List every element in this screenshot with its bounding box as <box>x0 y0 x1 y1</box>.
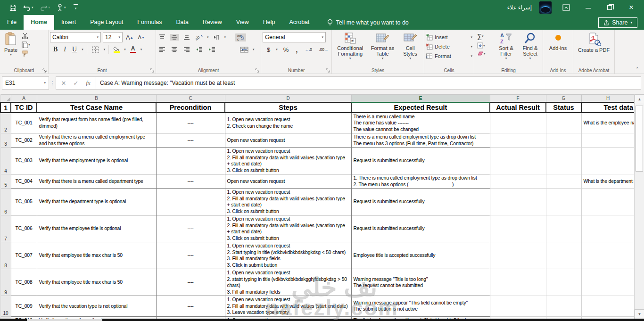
cell-expected-result[interactable]: Request is submitted successfully <box>351 189 490 215</box>
row-header-4[interactable]: 4 <box>0 148 11 174</box>
cell-actual-result[interactable] <box>490 215 546 242</box>
restore-button[interactable] <box>603 4 617 11</box>
create-pdf-button[interactable]: Create a PDF <box>575 31 613 54</box>
tab-file[interactable]: File <box>0 15 24 30</box>
header-cell-test-data[interactable]: Test data <box>581 102 634 113</box>
row-header-6[interactable]: 6 <box>0 189 11 215</box>
cell-tc-id[interactable]: TC_006 <box>11 215 37 242</box>
cell-expected-result[interactable]: Warning message appear "This field canno… <box>351 296 490 317</box>
text-direction-button[interactable] <box>212 34 222 41</box>
insert-function-icon[interactable]: fx <box>83 79 94 87</box>
decrease-indent-button[interactable] <box>194 46 204 53</box>
cell-tc-id[interactable]: TC_009 <box>11 296 37 317</box>
cell-tc-id[interactable]: TC_001 <box>11 113 37 133</box>
cell-precondition[interactable]: ---- <box>156 242 225 269</box>
cell-steps[interactable]: 1. Open new vacation request 2. Fill all… <box>225 215 351 242</box>
cell-steps[interactable]: 1. Open new vacation request 2. Fill all… <box>225 189 351 215</box>
cell-test-data[interactable] <box>581 296 634 317</box>
cell-test-data[interactable] <box>581 242 634 269</box>
tab-acrobat[interactable]: Acrobat <box>282 15 316 30</box>
cell-test-case-name[interactable]: Verify that employee title max char is 5… <box>37 242 156 269</box>
row-header-8[interactable]: 8 <box>0 242 11 269</box>
cell-test-case-name[interactable]: Verify that there is a menu called emplo… <box>37 133 156 148</box>
tab-insert[interactable]: Insert <box>54 15 83 30</box>
cell-test-case-name[interactable]: Verify that request form has name filled… <box>37 113 156 133</box>
cell-steps[interactable]: 1. Open new vacation request 2. Fill all… <box>225 148 351 174</box>
cell-status[interactable] <box>546 296 581 317</box>
insert-cells-button[interactable]: Insert▾ <box>426 33 472 42</box>
cell-expected-result[interactable]: Warning message "Title is too long" The … <box>351 269 490 296</box>
cell-test-data[interactable] <box>581 133 634 148</box>
customize-qat-button[interactable]: ▾ <box>73 4 79 11</box>
cell-status[interactable] <box>546 215 581 242</box>
header-cell-status[interactable]: Status <box>546 102 581 113</box>
cell-precondition[interactable]: ---- <box>156 189 225 215</box>
scrollbar-thumb[interactable] <box>636 106 643 172</box>
cell-tc-id[interactable]: TC_004 <box>11 174 37 189</box>
cell-styles-button[interactable]: Cell Styles▾ <box>398 31 422 61</box>
tab-page-layout[interactable]: Page Layout <box>83 15 130 30</box>
select-all-corner[interactable] <box>0 95 11 102</box>
row-header-10[interactable]: 10 <box>0 296 11 317</box>
addins-button[interactable]: Add-ins <box>545 31 571 52</box>
column-header-b[interactable]: B <box>37 95 156 102</box>
cell-test-case-name[interactable]: Verify that there is a menu called depar… <box>37 174 156 189</box>
cell-precondition[interactable]: ---- <box>156 215 225 242</box>
tab-home[interactable]: Home <box>24 15 54 30</box>
cell-test-case-name[interactable]: Verify that the vacation type is not opt… <box>37 296 156 317</box>
scroll-up-icon[interactable]: ▲ <box>635 94 644 104</box>
cell-test-data[interactable] <box>581 189 634 215</box>
cell-test-data[interactable] <box>581 269 634 296</box>
column-header-d[interactable]: D <box>225 95 351 102</box>
cell-actual-result[interactable] <box>490 189 546 215</box>
row-header-3[interactable]: 3 <box>0 133 11 148</box>
bold-button[interactable]: B <box>52 45 59 54</box>
borders-button[interactable] <box>91 46 100 54</box>
redo-button[interactable]: ▾ <box>40 4 50 11</box>
cell-tc-id[interactable]: TC_003 <box>11 148 37 174</box>
minimize-button[interactable] <box>581 4 595 11</box>
align-center-button[interactable] <box>170 46 179 53</box>
formula-bar-resize-handle[interactable]: ⋮ <box>49 76 56 90</box>
fill-button[interactable]: ▾ <box>476 42 493 49</box>
cell-status[interactable] <box>546 113 581 133</box>
tell-me-box[interactable]: Tell me what you want to do <box>327 15 409 30</box>
cell-expected-result[interactable]: There is a menu called employment type a… <box>351 133 490 148</box>
cell-precondition[interactable]: ---- <box>156 269 225 296</box>
row-header-2[interactable]: 2 <box>0 113 11 133</box>
ribbon-display-options-icon[interactable] <box>559 4 573 11</box>
touch-mouse-mode-button[interactable]: ▾ <box>57 4 66 11</box>
tab-review[interactable]: Review <box>196 15 229 30</box>
italic-button[interactable]: I <box>62 45 67 54</box>
cell-test-data[interactable]: What is the department n <box>581 174 634 189</box>
comma-style-button[interactable]: , <box>294 45 299 54</box>
column-header-c[interactable]: C <box>156 95 225 102</box>
cell-status[interactable] <box>546 242 581 269</box>
paste-button[interactable]: Paste▾ <box>1 31 20 58</box>
header-cell-precondition[interactable]: Precondition <box>156 102 225 113</box>
cell-test-case-name[interactable]: Verify that the employee title is option… <box>37 215 156 242</box>
cell-status[interactable] <box>546 133 581 148</box>
increase-font-size-button[interactable]: A▲ <box>124 33 135 41</box>
header-cell-steps[interactable]: Steps <box>225 102 351 113</box>
cell-steps[interactable]: 1. Open new vacation request 2. Start ty… <box>225 242 351 269</box>
alignment-dialog-launcher[interactable] <box>255 68 259 73</box>
cell-expected-result[interactable]: Request is submitted successfully <box>351 148 490 174</box>
font-name-select[interactable]: Calibri▾ <box>50 32 101 42</box>
sort-filter-button[interactable]: AZ Sort & Filter▾ <box>495 31 517 61</box>
cell-steps[interactable]: Open new vacation request <box>225 133 351 148</box>
cancel-entry-icon[interactable]: ✕ <box>58 80 69 87</box>
cell-status[interactable] <box>546 189 581 215</box>
cell-test-case-name[interactable]: Verify that employee title max char is 5… <box>37 269 156 296</box>
enter-entry-icon[interactable]: ✓ <box>70 80 82 87</box>
cut-button[interactable] <box>20 32 32 40</box>
row-header-7[interactable]: 7 <box>0 215 11 242</box>
align-right-button[interactable] <box>182 46 191 53</box>
column-header-g[interactable]: G <box>546 95 581 102</box>
user-avatar[interactable] <box>539 1 552 14</box>
header-cell-tc-id[interactable]: TC ID <box>11 102 37 113</box>
header-cell-test-case-name[interactable]: Test Case Name <box>37 102 156 113</box>
collapse-ribbon-button[interactable]: ⌃ <box>636 66 639 72</box>
wrap-text-button[interactable]: abc <box>235 33 246 41</box>
tab-view[interactable]: View <box>229 15 256 30</box>
